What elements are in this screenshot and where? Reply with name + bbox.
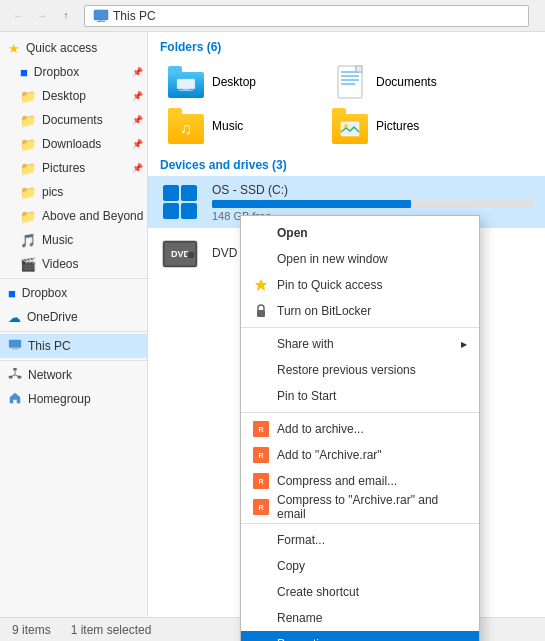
ctx-divider3 xyxy=(241,523,479,524)
sidebar-item-this-pc[interactable]: This PC xyxy=(0,334,147,358)
pin-icon3: 📌 xyxy=(132,115,143,125)
sidebar-label-documents: Documents xyxy=(42,113,103,127)
svg-point-30 xyxy=(187,251,195,259)
sidebar-item-dropbox2[interactable]: ■ Dropbox xyxy=(0,281,147,305)
sidebar-item-network[interactable]: Network xyxy=(0,363,147,387)
sidebar-item-pics[interactable]: 📁 pics xyxy=(0,180,147,204)
sidebar-label-homegroup: Homegroup xyxy=(28,392,91,406)
ctx-rar4-icon: R xyxy=(253,499,269,515)
folder-aab-icon: 📁 xyxy=(20,209,36,224)
sidebar-item-homegroup[interactable]: Homegroup xyxy=(0,387,147,411)
folder-documents[interactable]: Documents xyxy=(324,62,484,102)
folder-downloads-icon: 📁 xyxy=(20,137,36,152)
ctx-bitlocker[interactable]: Turn on BitLocker xyxy=(241,298,479,324)
ssd-icon xyxy=(160,182,200,222)
ctx-add-archive[interactable]: R Add to archive... xyxy=(241,416,479,442)
ctx-divider1 xyxy=(241,327,479,328)
sidebar-item-music[interactable]: 🎵 Music xyxy=(0,228,147,252)
svg-rect-0 xyxy=(94,10,108,20)
ssd-bar-container xyxy=(212,200,533,208)
sidebar-item-downloads[interactable]: 📁 Downloads 📌 xyxy=(0,132,147,156)
item-count: 9 items xyxy=(12,623,51,637)
svg-rect-13 xyxy=(179,90,193,91)
pin-icon: 📌 xyxy=(132,67,143,77)
folder-pictures-label: Pictures xyxy=(376,119,419,133)
svg-rect-3 xyxy=(9,339,21,347)
ctx-compress-archive-email[interactable]: R Compress to "Archive.rar" and email xyxy=(241,494,479,520)
sidebar-item-videos[interactable]: 🎬 Videos xyxy=(0,252,147,276)
sidebar-item-documents[interactable]: 📁 Documents 📌 xyxy=(0,108,147,132)
svg-rect-19 xyxy=(341,83,355,85)
pc-icon xyxy=(93,8,109,24)
sidebar-item-pictures[interactable]: 📁 Pictures 📌 xyxy=(0,156,147,180)
svg-rect-2 xyxy=(99,20,103,21)
svg-rect-26 xyxy=(181,203,197,219)
ctx-open[interactable]: Open xyxy=(241,220,479,246)
ctx-lock-icon xyxy=(253,303,269,319)
ctx-open-icon xyxy=(253,225,269,241)
folder-desktop-label: Desktop xyxy=(212,75,256,89)
svg-rect-20 xyxy=(356,66,362,72)
folders-grid: Desktop Documents ♫ Music xyxy=(148,58,545,150)
sidebar-label-network: Network xyxy=(28,368,72,382)
svg-rect-32 xyxy=(257,310,265,317)
ctx-properties[interactable]: Properties xyxy=(241,631,479,641)
svg-rect-24 xyxy=(181,185,197,201)
forward-button[interactable]: → xyxy=(32,6,52,26)
ctx-shortcut-icon xyxy=(253,584,269,600)
onedrive-icon: ☁ xyxy=(8,310,21,325)
folder-desktop[interactable]: Desktop xyxy=(160,62,320,102)
ctx-rename-icon xyxy=(253,610,269,626)
folder-desktop-icon: 📁 xyxy=(20,89,36,104)
svg-rect-17 xyxy=(341,75,359,77)
ctx-compress-email[interactable]: R Compress and email... xyxy=(241,468,479,494)
ctx-open-new-window[interactable]: Open in new window xyxy=(241,246,479,272)
sidebar-divider1 xyxy=(0,278,147,279)
address-text: This PC xyxy=(113,9,156,23)
ctx-restore-versions[interactable]: Restore previous versions xyxy=(241,357,479,383)
up-button[interactable]: ↑ xyxy=(56,6,76,26)
this-pc-icon xyxy=(8,338,22,355)
sidebar-label-pictures: Pictures xyxy=(42,161,85,175)
network-icon xyxy=(8,367,22,384)
folder-pictures[interactable]: Pictures xyxy=(324,106,484,146)
documents-icon xyxy=(332,64,368,100)
ctx-pin-start[interactable]: Pin to Start xyxy=(241,383,479,409)
sidebar-item-onedrive[interactable]: ☁ OneDrive xyxy=(0,305,147,329)
ctx-create-shortcut[interactable]: Create shortcut xyxy=(241,579,479,605)
ctx-copy[interactable]: Copy xyxy=(241,553,479,579)
sidebar-item-desktop[interactable]: 📁 Desktop 📌 xyxy=(0,84,147,108)
sidebar-item-dropbox1[interactable]: ■ Dropbox 📌 xyxy=(0,60,147,84)
homegroup-icon xyxy=(8,391,22,408)
music-folder-icon: ♫ xyxy=(168,108,204,144)
folder-music[interactable]: ♫ Music xyxy=(160,106,320,146)
selected-count: 1 item selected xyxy=(71,623,152,637)
svg-rect-25 xyxy=(163,203,179,219)
back-button[interactable]: ← xyxy=(8,6,28,26)
ctx-add-archive-rar[interactable]: R Add to "Archive.rar" xyxy=(241,442,479,468)
ctx-restore-icon xyxy=(253,362,269,378)
ctx-pin-quick-access[interactable]: Pin to Quick access xyxy=(241,272,479,298)
address-bar[interactable]: This PC xyxy=(84,5,529,27)
sidebar-item-above-and-beyond[interactable]: 📁 Above and Beyond xyxy=(0,204,147,228)
desktop-folder-icon xyxy=(168,66,204,98)
ctx-divider2 xyxy=(241,412,479,413)
ctx-rename[interactable]: Rename xyxy=(241,605,479,631)
sidebar-label-videos: Videos xyxy=(42,257,78,271)
folder-music-label: Music xyxy=(212,119,243,133)
ctx-format-icon xyxy=(253,532,269,548)
svg-rect-18 xyxy=(341,79,359,81)
sidebar-label-music: Music xyxy=(42,233,73,247)
ctx-share-with[interactable]: Share with ▶ xyxy=(241,331,479,357)
pin-icon4: 📌 xyxy=(132,139,143,149)
context-menu: Open Open in new window Pin to Quick acc… xyxy=(240,215,480,641)
svg-rect-23 xyxy=(163,185,179,201)
ctx-format[interactable]: Format... xyxy=(241,527,479,553)
ssd-bar-fill xyxy=(212,200,411,208)
sidebar-divider3 xyxy=(0,360,147,361)
folder-pics-icon: 📁 xyxy=(20,161,36,176)
ctx-pin-icon xyxy=(253,277,269,293)
sidebar: ★ Quick access ■ Dropbox 📌 📁 Desktop 📌 📁… xyxy=(0,32,148,617)
dropbox2-icon: ■ xyxy=(8,286,16,301)
sidebar-item-quick-access[interactable]: ★ Quick access xyxy=(0,36,147,60)
